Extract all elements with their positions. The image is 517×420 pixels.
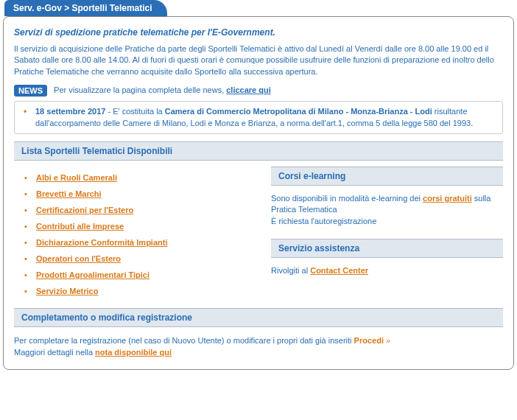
news-item-date: 18 settembre 2017 — [35, 107, 105, 116]
arrow-icon: » — [384, 336, 390, 345]
list-item: Contributi alle Imprese — [24, 218, 256, 234]
procedi-link[interactable]: Procedi — [354, 336, 384, 345]
news-all-link[interactable]: cliccare qui — [226, 85, 271, 94]
link-operatori-estero[interactable]: Operatori con l'Estero — [36, 254, 121, 263]
news-tag: NEWS — [14, 85, 47, 97]
news-item: 18 settembre 2017 - E' costituita la Cam… — [14, 101, 503, 134]
assist-header: Servizio assistenza — [271, 239, 503, 258]
news-item-title: Camera di Commercio Metropolitana di Mil… — [165, 107, 432, 116]
list-item: Brevetti e Marchi — [24, 186, 256, 202]
assist-block: Rivolgiti al Contact Center — [271, 265, 503, 276]
link-dichiarazione-conformita[interactable]: Dichiarazione Conformità Impianti — [36, 238, 167, 247]
list-item: Prodotti Agroalimentari Tipici — [24, 267, 256, 283]
link-contributi-imprese[interactable]: Contributi alle Imprese — [36, 222, 124, 231]
completion-header: Completamento o modifica registrazione — [14, 308, 503, 327]
news-heading-line: NEWS Per visualizzare la pagina completa… — [14, 85, 503, 97]
list-item: Servizio Metrico — [24, 283, 256, 299]
link-certificazioni-estero[interactable]: Certificazioni per l'Estero — [36, 206, 133, 214]
elearning-header: Corsi e-learning — [271, 167, 503, 186]
link-brevetti-marchi[interactable]: Brevetti e Marchi — [36, 189, 102, 198]
elearning-text3: È richiesta l'autoregistrazione — [271, 217, 376, 225]
link-prodotti-agroalimentari[interactable]: Prodotti Agroalimentari Tipici — [36, 270, 150, 279]
list-item: Albi e Ruoli Camerali — [24, 169, 256, 186]
intro-text: Il servizio di acquisizione delle Pratic… — [14, 43, 503, 77]
elearning-courses-link[interactable]: corsi gratuiti — [423, 194, 472, 203]
completion-block: Per completare la registrazione (nel cas… — [14, 335, 503, 359]
news-item-pre: - E' costituita la — [105, 107, 164, 116]
link-servizio-metrico[interactable]: Servizio Metrico — [36, 287, 98, 295]
list-item: Operatori con l'Estero — [24, 251, 256, 267]
news-lead-text: Per visualizzare la pagina completa dell… — [54, 85, 226, 94]
breadcrumb-tab: Serv. e-Gov > Sportelli Telematici — [4, 0, 167, 16]
list-item: Certificazioni per l'Estero — [24, 202, 256, 218]
contact-center-link[interactable]: Contact Center — [310, 266, 368, 275]
completion-text2: Maggiori dettagli nella — [14, 348, 95, 357]
elearning-text1: Sono disponibili in modalità e-learning … — [271, 194, 423, 203]
main-container: Servizi di spedizione pratiche telematic… — [3, 16, 514, 370]
completion-text1: Per completare la registrazione (nel cas… — [14, 336, 354, 345]
sportelli-list: Albi e Ruoli Camerali Brevetti e Marchi … — [24, 169, 256, 299]
list-item: Dichiarazione Conformità Impianti — [24, 234, 256, 251]
assist-text: Rivolgiti al — [271, 266, 310, 275]
page-subtitle: Servizi di spedizione pratiche telematic… — [14, 27, 503, 38]
list-header: Lista Sportelli Telematici Disponibili — [14, 141, 503, 161]
elearning-block: Sono disponibili in modalità e-learning … — [271, 193, 503, 227]
nota-link[interactable]: nota disponibile qui — [95, 348, 172, 357]
link-albi-ruoli[interactable]: Albi e Ruoli Camerali — [36, 173, 117, 182]
